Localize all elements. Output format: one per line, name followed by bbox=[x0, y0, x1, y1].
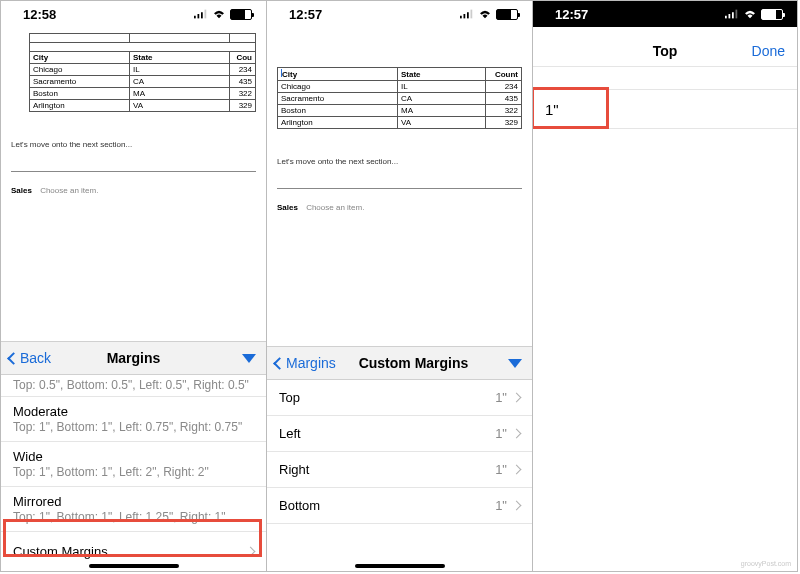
svg-rect-10 bbox=[732, 12, 734, 18]
back-button[interactable]: Back bbox=[1, 350, 59, 366]
col-state: State bbox=[130, 52, 230, 64]
divider bbox=[11, 171, 256, 172]
chevron-left-icon bbox=[7, 352, 20, 365]
nav-bar: Top Done bbox=[533, 35, 797, 67]
back-button[interactable]: Margins bbox=[267, 355, 344, 371]
sheet-header: Back Margins bbox=[1, 341, 266, 375]
col-city: City bbox=[278, 68, 398, 81]
clock: 12:57 bbox=[289, 7, 322, 22]
screenshot-3-top-value: 12:57 Top Done 1" groovyPost.com bbox=[533, 1, 797, 571]
svg-rect-7 bbox=[471, 10, 473, 19]
svg-rect-0 bbox=[194, 16, 196, 19]
col-state: State bbox=[398, 68, 486, 81]
done-button[interactable]: Done bbox=[752, 43, 785, 59]
status-bar: 12:57 bbox=[267, 1, 532, 27]
sheet-header: Margins Custom Margins bbox=[267, 346, 532, 380]
margin-right-row[interactable]: Right 1" bbox=[267, 452, 532, 488]
svg-rect-9 bbox=[729, 14, 731, 18]
margins-preset-sheet: Back Margins Top: 0.5", Bottom: 0.5", Le… bbox=[1, 341, 266, 571]
status-bar: 12:57 bbox=[533, 1, 797, 27]
screenshot-2-custom-margins: 12:57 City State Count ChicagoIL234 Sacr… bbox=[267, 1, 533, 571]
chevron-right-icon bbox=[512, 501, 522, 511]
svg-rect-3 bbox=[205, 10, 207, 19]
data-table: City State Count ChicagoIL234 Sacramento… bbox=[277, 67, 522, 129]
svg-rect-11 bbox=[736, 10, 738, 19]
battery-icon bbox=[761, 9, 783, 20]
status-icons bbox=[194, 9, 252, 20]
sales-field[interactable]: Sales Choose an item. bbox=[277, 203, 522, 212]
margin-top-row[interactable]: Top 1" bbox=[267, 380, 532, 416]
chevron-right-icon bbox=[246, 547, 256, 557]
svg-rect-8 bbox=[725, 16, 727, 19]
section-text: Let's move onto the next section... bbox=[11, 140, 256, 149]
col-count: Count bbox=[486, 68, 522, 81]
col-count: Cou bbox=[230, 52, 256, 64]
battery-icon bbox=[496, 9, 518, 20]
clock: 12:58 bbox=[23, 7, 56, 22]
chevron-right-icon bbox=[512, 393, 522, 403]
chevron-left-icon bbox=[273, 357, 286, 370]
collapse-button[interactable] bbox=[242, 349, 256, 367]
chevron-down-icon bbox=[242, 354, 256, 363]
watermark: groovyPost.com bbox=[741, 560, 791, 567]
clock: 12:57 bbox=[555, 7, 588, 22]
home-indicator[interactable] bbox=[355, 564, 445, 568]
preset-option-wide[interactable]: Wide Top: 1", Bottom: 1", Left: 2", Righ… bbox=[1, 442, 266, 487]
margin-bottom-row[interactable]: Bottom 1" bbox=[267, 488, 532, 524]
document-preview[interactable]: City State Count ChicagoIL234 Sacramento… bbox=[267, 27, 532, 212]
svg-rect-1 bbox=[198, 14, 200, 18]
chevron-right-icon bbox=[512, 429, 522, 439]
document-preview[interactable]: City State Cou ChicagoIL234 SacramentoCA… bbox=[1, 27, 266, 195]
status-icons bbox=[460, 9, 518, 20]
section-text: Let's move onto the next section... bbox=[277, 157, 522, 166]
custom-margins-sheet: Margins Custom Margins Top 1" Left 1" Ri… bbox=[267, 346, 532, 571]
svg-rect-5 bbox=[464, 14, 466, 18]
col-city: City bbox=[30, 52, 130, 64]
screenshot-1-margins-presets: 12:58 City State Cou ChicagoIL234 bbox=[1, 1, 267, 571]
sales-field[interactable]: Sales Choose an item. bbox=[11, 186, 256, 195]
margin-left-row[interactable]: Left 1" bbox=[267, 416, 532, 452]
svg-rect-2 bbox=[201, 12, 203, 18]
chevron-down-icon bbox=[508, 359, 522, 368]
preset-option-moderate[interactable]: Moderate Top: 1", Bottom: 1", Left: 0.75… bbox=[1, 397, 266, 442]
status-icons bbox=[725, 9, 783, 20]
svg-rect-6 bbox=[467, 12, 469, 18]
collapse-button[interactable] bbox=[508, 354, 522, 372]
margin-value-input[interactable]: 1" bbox=[533, 89, 797, 129]
input-value: 1" bbox=[545, 101, 559, 118]
svg-rect-4 bbox=[460, 16, 462, 19]
preset-option-partial[interactable]: Top: 0.5", Bottom: 0.5", Left: 0.5", Rig… bbox=[1, 375, 266, 397]
home-indicator[interactable] bbox=[89, 564, 179, 568]
preset-option-mirrored[interactable]: Mirrored Top: 1", Bottom: 1", Left: 1.25… bbox=[1, 487, 266, 532]
data-table: City State Cou ChicagoIL234 SacramentoCA… bbox=[29, 33, 256, 112]
chevron-right-icon bbox=[512, 465, 522, 475]
status-bar: 12:58 bbox=[1, 1, 266, 27]
divider bbox=[277, 188, 522, 189]
battery-icon bbox=[230, 9, 252, 20]
